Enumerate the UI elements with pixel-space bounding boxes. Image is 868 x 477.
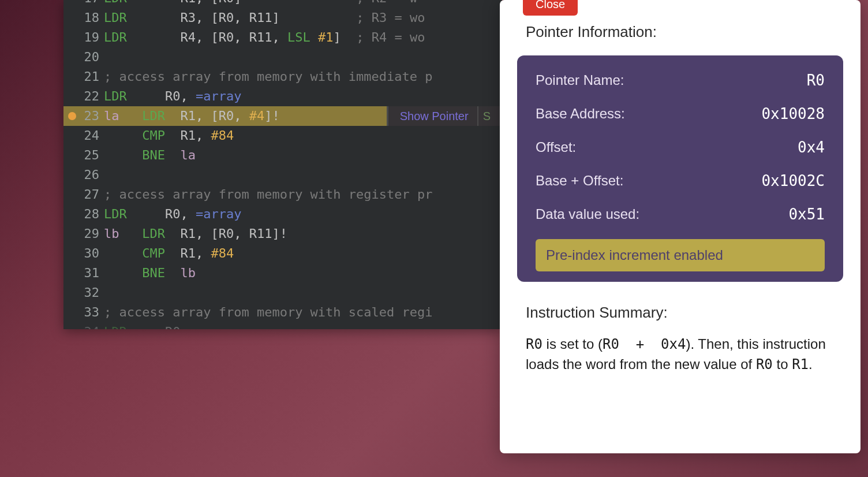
line-number: 31 bbox=[81, 263, 104, 283]
code-line[interactable]: 31 BNE lb bbox=[63, 263, 502, 283]
line-number: 32 bbox=[81, 283, 104, 303]
breakpoint-gutter[interactable] bbox=[63, 112, 81, 120]
info-label: Offset: bbox=[536, 139, 576, 155]
code-text: lb LDR R1, [R0, R11]! bbox=[104, 224, 502, 244]
line-number: 27 bbox=[81, 185, 104, 204]
info-value: 0x10028 bbox=[761, 105, 825, 122]
breakpoint-icon[interactable] bbox=[68, 112, 76, 120]
instruction-summary-heading: Instruction Summary: bbox=[526, 304, 860, 322]
close-button[interactable]: Close bbox=[523, 0, 578, 16]
code-text: BNE lb bbox=[104, 263, 502, 283]
code-line[interactable]: 23la LDR R1, [R0, #4]!Show PointerS bbox=[63, 106, 502, 126]
code-line[interactable]: 28LDR R0, =array bbox=[63, 204, 502, 224]
info-value: 0x4 bbox=[798, 139, 825, 156]
line-number: 30 bbox=[81, 244, 104, 263]
code-text: CMP R1, #84 bbox=[104, 244, 502, 263]
code-text: ; access array from memory with register… bbox=[104, 185, 502, 204]
code-text: ; access array from memory with immediat… bbox=[104, 67, 502, 87]
line-number: 34 bbox=[81, 322, 104, 329]
line-number: 22 bbox=[81, 87, 104, 106]
info-label: Base Address: bbox=[536, 106, 625, 122]
info-label: Data value used: bbox=[536, 206, 639, 222]
info-row: Data value used:0x51 bbox=[536, 206, 825, 223]
line-number: 24 bbox=[81, 126, 104, 146]
code-text: LDR R4, [R0, R11, LSL #1] ; R4 = wo bbox=[104, 28, 502, 47]
info-row: Base Address:0x10028 bbox=[536, 105, 825, 122]
line-number: 21 bbox=[81, 67, 104, 87]
code-line[interactable]: 26 bbox=[63, 165, 502, 185]
code-line[interactable]: 34LDR R0, =array bbox=[63, 322, 502, 329]
code-line[interactable]: 19LDR R4, [R0, R11, LSL #1] ; R4 = wo bbox=[63, 28, 502, 47]
info-row: Pointer Name:R0 bbox=[536, 72, 825, 89]
code-line[interactable]: 30 CMP R1, #84 bbox=[63, 244, 502, 263]
code-line[interactable]: 20 bbox=[63, 47, 502, 67]
line-number: 17 bbox=[81, 0, 104, 8]
code-text: BNE la bbox=[104, 146, 502, 165]
code-line[interactable]: 17LDR R1, [R0] ; R2 = w bbox=[63, 0, 502, 8]
line-number: 33 bbox=[81, 303, 104, 322]
pointer-info-panel: Close Pointer Information: Pointer Name:… bbox=[500, 0, 860, 453]
code-text: LDR R0, =array bbox=[104, 204, 502, 224]
show-pointer-button[interactable]: Show PointerS bbox=[387, 106, 502, 126]
info-value: R0 bbox=[807, 72, 825, 89]
code-line[interactable]: 27; access array from memory with regist… bbox=[63, 185, 502, 204]
code-text: LDR R0, =array bbox=[104, 87, 502, 106]
code-text: LDR R3, [R0, R11] ; R3 = wo bbox=[104, 8, 502, 28]
code-line[interactable]: 32 bbox=[63, 283, 502, 303]
line-number: 25 bbox=[81, 146, 104, 165]
code-text: LDR R0, =array bbox=[104, 322, 502, 329]
instruction-summary-text: R0 is set to (R0 + 0x4). Then, this inst… bbox=[526, 334, 835, 375]
info-label: Base + Offset: bbox=[536, 173, 623, 189]
code-line[interactable]: 18LDR R3, [R0, R11] ; R3 = wo bbox=[63, 8, 502, 28]
code-line[interactable]: 24 CMP R1, #84 bbox=[63, 126, 502, 146]
info-row: Base + Offset:0x1002C bbox=[536, 172, 825, 189]
code-editor[interactable]: 17LDR R1, [R0] ; R2 = w18LDR R3, [R0, R1… bbox=[63, 0, 502, 329]
info-value: 0x1002C bbox=[761, 172, 825, 189]
pointer-info-heading: Pointer Information: bbox=[526, 23, 860, 41]
pointer-info-card: Pointer Name:R0Base Address:0x10028Offse… bbox=[517, 55, 843, 282]
code-line[interactable]: 21; access array from memory with immedi… bbox=[63, 67, 502, 87]
line-number: 26 bbox=[81, 165, 104, 185]
line-number: 23 bbox=[81, 106, 104, 126]
info-row: Offset:0x4 bbox=[536, 139, 825, 156]
line-number: 28 bbox=[81, 204, 104, 224]
code-text: ; access array from memory with scaled r… bbox=[104, 303, 502, 322]
pre-index-badge: Pre-index increment enabled bbox=[536, 239, 825, 271]
line-number: 19 bbox=[81, 28, 104, 47]
code-line[interactable]: 29lb LDR R1, [R0, R11]! bbox=[63, 224, 502, 244]
code-line[interactable]: 25 BNE la bbox=[63, 146, 502, 165]
line-number: 29 bbox=[81, 224, 104, 244]
line-number: 18 bbox=[81, 8, 104, 28]
code-line[interactable]: 22LDR R0, =array bbox=[63, 87, 502, 106]
line-number: 20 bbox=[81, 47, 104, 67]
info-label: Pointer Name: bbox=[536, 72, 624, 88]
code-line[interactable]: 33; access array from memory with scaled… bbox=[63, 303, 502, 322]
code-text: LDR R1, [R0] ; R2 = w bbox=[104, 0, 502, 8]
code-text: CMP R1, #84 bbox=[104, 126, 502, 146]
info-value: 0x51 bbox=[788, 206, 825, 223]
